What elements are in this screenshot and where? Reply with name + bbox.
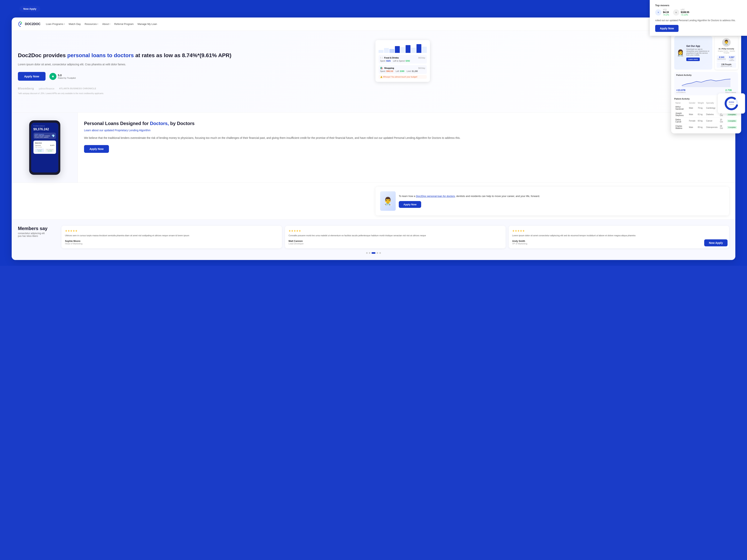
trustpilot: ★ 5.0 Rated by Trustpilot [49, 73, 76, 80]
press-bloomberg: Bloomberg [18, 87, 34, 90]
nav-link-loan-programs[interactable]: Loan Programs ▾ [46, 23, 65, 25]
doctor-illustration: 👨‍⚕️ [380, 191, 396, 211]
now-apply-top-button[interactable]: Now Apply [20, 6, 40, 12]
svg-point-3 [726, 98, 737, 109]
dot-4[interactable] [377, 252, 378, 254]
dot-3-active[interactable] [371, 252, 376, 254]
dot-5[interactable] [379, 252, 381, 254]
hero-title: Doc2Doc provides personal loans to docto… [18, 52, 371, 59]
nav-link-about[interactable]: About ▾ [102, 23, 110, 25]
members-description: consectetur adipiscing elit pus hac telu… [18, 232, 57, 237]
reviews-grid: ★★★★★ Ultrices sem in cursus turpis mass… [61, 226, 729, 248]
stock-ytc: Y YTZ $4.19 +4.2% [655, 9, 669, 16]
chart-bar-7 [411, 48, 416, 53]
patient-1-name: Arthur Sandoval [674, 105, 688, 111]
learn-text-link[interactable]: Doc2Doc personal loan for doctors [416, 195, 455, 197]
review-text-2: Convallis posuere morbi leo urna malebit… [288, 234, 502, 237]
learn-card: 👨‍⚕️ To learn how a Doc2Doc personal loa… [376, 187, 729, 215]
nav-link-manage[interactable]: Manage My Loan [137, 23, 157, 25]
spending-food-detail: Spent: $325 Left to Spend: $392 [380, 60, 425, 62]
s2-paycheck-row: Paycheck $1,873 [35, 145, 54, 146]
svg-text:15.814: 15.814 [729, 101, 734, 103]
s2-paycheck-value: $1,873 [50, 145, 54, 146]
col-weight: Weight [697, 101, 705, 105]
apply-now-hero-button[interactable]: Apply Now [18, 72, 46, 81]
dashboard-main-row: 👩‍⚕️ Get Our App Download our app to str… [674, 36, 738, 70]
app-promo-card: 👩‍⚕️ Get Our App Download our app to str… [674, 36, 712, 70]
patient-3-gender: Female [688, 118, 696, 124]
section-title-suffix: by Doctors [169, 121, 195, 126]
logo: DOC2DOC [18, 21, 41, 27]
trustpilot-info: 5.0 Rated by Trustpilot [58, 74, 76, 79]
limit-shopping-label: Limit: $1,280 [407, 70, 418, 72]
patient-4-date: 08 Oct [719, 124, 726, 131]
patient-3-status: Complete [726, 118, 738, 124]
section-subtitle-link[interactable]: Learn about our updated Proprietary Lend… [84, 129, 729, 132]
nav-link-resources[interactable]: Resources ▾ [85, 23, 98, 25]
nav-link-referral[interactable]: Referral Program [114, 23, 134, 25]
hero-cta: Apply Now ★ 5.0 Rated by Trustpilot [18, 72, 371, 81]
donut-chart-card: 15.814 Patients [718, 93, 745, 113]
hero-title-prefix: Doc2Doc provides [18, 52, 67, 58]
review-stars-2: ★★★★★ [288, 229, 502, 232]
spending-shopping: 🛍️ Shopping $42/day Spent: $962.82 Left:… [379, 65, 427, 74]
section-loans-phone: Portfolio balance $9,376.242 USDC reward… [12, 113, 78, 183]
reviewer-1-name: Sophie Moore [65, 240, 278, 242]
s2-watchlist-title: Watchlist [35, 142, 54, 144]
apply-now-learn-button[interactable]: Apply Now [399, 201, 421, 208]
review-text-3: Lorem ipsum dolor sit amet consectetur a… [512, 234, 726, 237]
spending-shopping-left: 🛍️ Shopping [380, 67, 394, 70]
s2-reward-label: USDC rewards [35, 134, 52, 135]
spending-food-amount: $42/day [418, 57, 425, 59]
review-text-1: Ultrices sem in cursus turpis massa tinc… [65, 234, 278, 237]
consultations-value: +13.078 [676, 89, 686, 91]
dot-2[interactable] [369, 252, 370, 254]
disclaimer: *with autopay discount of .25%. Lowest A… [18, 92, 371, 95]
stock-ytc-price: $4.19 [663, 11, 669, 14]
apply-now-section2-button[interactable]: Apply Now [84, 145, 109, 153]
doctor-profile-card: 👨‍⚕️ Dr. Philip Kennedy Surgery Doctor -… [715, 36, 738, 70]
s2-reward-icon: 💎 [52, 134, 55, 137]
stat-136: 136 People Appointments Last [717, 62, 736, 68]
learn-more-button[interactable]: Learn more [686, 58, 700, 61]
app-promo-text: Get Our App Download our app to streamli… [686, 45, 710, 61]
chart-bar-5 [400, 47, 405, 53]
nav-loan-programs-label: Loan Programs [46, 23, 63, 25]
reviewer-3-name: Andy Smith [512, 240, 726, 242]
dot-1[interactable] [366, 252, 368, 254]
chart-bar-3 [389, 49, 394, 53]
patient-4-gender: Male [688, 124, 696, 131]
nav-referral-label: Referral Program [114, 23, 134, 25]
stock-icon-utc: U [673, 9, 679, 16]
stat-136-label: Appointments Last [717, 65, 735, 67]
nav-resources-label: Resources [85, 23, 97, 25]
left-label: Left to Spend: $392 [393, 60, 410, 62]
nav-link-match-day[interactable]: Match Day [69, 23, 81, 25]
patient-1-specialty: Cardiology [705, 105, 719, 111]
s2-stock-ytc: YTZ $4.19 +4.2% [35, 149, 44, 152]
chart-bar-4 [395, 46, 400, 53]
return-patients-stat: 2.736 Return Patients [725, 89, 736, 93]
phone-section2-screen: Portfolio balance $9,376.242 USDC reward… [31, 123, 58, 172]
apply-now-top-button[interactable]: Apply Now [655, 25, 678, 32]
dots-nav [18, 252, 729, 254]
section-loans-content: Personal Loans Designed for Doctors, by … [78, 113, 735, 183]
patient-3-name: Debra Carroll [674, 118, 688, 124]
learn-spacer [18, 187, 371, 215]
table-row: Debra Carroll Female 60 kg Cancer 10 Oct… [674, 118, 738, 124]
section-loans-title: Personal Loans Designed for Doctors, by … [84, 121, 729, 126]
patient-3-age: 60 kg [697, 118, 705, 124]
status-badge-4: Complete [727, 126, 737, 129]
chart-bar-6 [406, 45, 410, 53]
app-promo-title: Get Our App [686, 45, 710, 48]
budget-warning: ⚠️ Whoops! You almost touch your budget! [379, 75, 427, 79]
reviewer-1-title: Head of Marketing [65, 242, 278, 245]
chevron-down-icon-3: ▾ [109, 23, 110, 25]
spent-shopping-label: Spent: $962.82 [380, 70, 393, 72]
now-apply-bottom-button[interactable]: Now Apply [704, 239, 727, 246]
learn-card-text-area: To learn how a Doc2Doc personal loan for… [399, 194, 724, 208]
review-card-3: › ★★★★★ Lorem ipsum dolor sit amet conse… [509, 226, 729, 248]
chart-stats: +13.078 Consultations 2.736 Return Patie… [676, 89, 736, 93]
spending-food-header: 🍽️ Food & Drinks $42/day [380, 56, 425, 59]
review-card-1: ★★★★★ Ultrices sem in cursus turpis mass… [61, 226, 282, 248]
